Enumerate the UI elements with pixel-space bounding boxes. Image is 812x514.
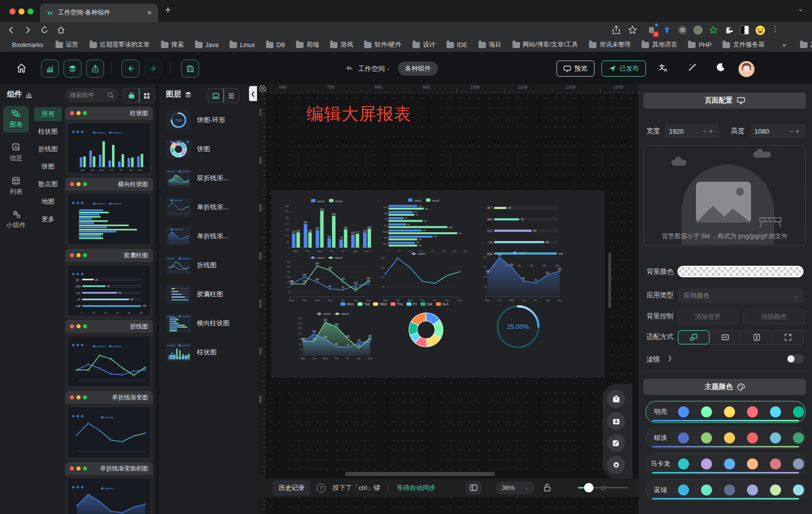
thumbnail-view-toggle[interactable]	[208, 88, 224, 103]
sidebar-item-charts[interactable]: 图表	[3, 106, 29, 133]
bookmark-item[interactable]: IDE	[446, 42, 468, 49]
fit-height-option[interactable]	[741, 330, 772, 344]
extension-dot-icon[interactable]	[692, 25, 704, 36]
category-item[interactable]: 饼图	[34, 160, 62, 174]
layer-item[interactable]: 胶囊柱图	[166, 283, 251, 306]
editor-canvas[interactable]: 6007008009001000110012001300 20030040050…	[258, 84, 638, 514]
filter-expand-icon[interactable]: ❯	[668, 355, 672, 361]
theme-row-1[interactable]: 明亮	[646, 401, 806, 423]
horizontal-bar-chart[interactable]: Sun130160Sat110117Fri70155Thu80268Wed150…	[378, 197, 472, 253]
help-icon[interactable]: ?	[316, 483, 326, 492]
category-item[interactable]: 散点图	[34, 177, 62, 191]
bookmarks-label[interactable]: Bookmarks	[12, 42, 44, 49]
pie-donut-chart[interactable]	[408, 312, 444, 348]
single-view-toggle[interactable]	[123, 88, 140, 103]
extension-contrast-icon[interactable]	[739, 25, 750, 36]
reload-icon[interactable]	[40, 26, 49, 35]
layer-item[interactable]: 横向柱状图	[166, 312, 251, 335]
component-card[interactable]: 单折线渐变面积图	[65, 462, 153, 514]
user-avatar[interactable]	[738, 61, 754, 77]
fit-scale-option[interactable]	[678, 330, 710, 344]
bookmark-item[interactable]: 软件/硬件	[364, 41, 401, 49]
bookmark-item[interactable]: 前端	[296, 41, 319, 49]
component-card[interactable]: 柱状图MonTueWedThuFriSatSun	[65, 107, 153, 177]
settings-button[interactable]	[607, 456, 625, 474]
bookmark-item[interactable]: 其他语言	[642, 41, 677, 49]
tab-search-chevron-icon[interactable]: ⌄	[798, 6, 803, 13]
bookmark-item[interactable]: 设计	[412, 41, 436, 49]
extension-badged-icon[interactable]: 9	[646, 25, 657, 36]
window-close-button[interactable]	[10, 9, 16, 15]
dual-line-area-chart[interactable]: 0501001502002503003501302001508070115130…	[294, 310, 373, 360]
component-card[interactable]: 胶囊柱图厦门20南阳40北京60上海80新疆100020406080100	[65, 249, 153, 319]
layer-item[interactable]: 单折线渐...	[166, 225, 251, 248]
layer-item[interactable]: 柱状图	[166, 341, 251, 364]
component-card[interactable]: 横向柱状图	[65, 178, 153, 248]
window-zoom-button[interactable]	[28, 9, 34, 15]
extension-pin-icon[interactable]	[662, 25, 672, 36]
bookmarks-overflow-icon[interactable]: »	[782, 42, 786, 49]
progress-ring-chart[interactable]: 25.00%	[496, 304, 540, 349]
single-line-gradient-chart[interactable]: 050100150200MonTueWedThuFriSatSundata1	[376, 250, 462, 302]
theme-row-3[interactable]: 马卡龙	[646, 453, 806, 475]
bookmark-item[interactable]: 近期需要读的文章	[90, 41, 150, 49]
bookmark-item[interactable]: 游戏	[330, 41, 353, 49]
component-search-input[interactable]: 搜索组件	[65, 88, 119, 102]
line-chart[interactable]: 0501001502002503003501302001508070115130…	[282, 254, 372, 302]
new-tab-button[interactable]: +	[165, 5, 171, 16]
redo-button[interactable]	[144, 60, 162, 78]
bookmark-item[interactable]: 资讯未整理	[589, 41, 631, 49]
dock-toggle-button[interactable]	[466, 481, 482, 495]
language-icon[interactable]: 文A	[659, 63, 669, 73]
category-item[interactable]: 更多	[34, 212, 62, 226]
extension-command-icon[interactable]: ⌘	[677, 25, 688, 36]
save-button[interactable]	[181, 60, 199, 78]
export-button[interactable]	[607, 390, 625, 408]
sidebar-item-list[interactable]: 列表	[3, 173, 29, 200]
report-title-text[interactable]: 编辑大屏报表	[306, 103, 412, 126]
project-name-pill[interactable]: 各种组件	[398, 62, 438, 76]
theme-color-header[interactable]: 主题颜色	[644, 379, 806, 395]
magic-wand-icon[interactable]	[688, 63, 697, 72]
dark-mode-moon-icon[interactable]	[716, 63, 726, 72]
bookmark-star-icon[interactable]	[628, 26, 637, 35]
width-input[interactable]: 1920−+	[665, 124, 719, 138]
layer-item[interactable]: 单折线渐...	[166, 196, 251, 219]
report-stage[interactable]: 050100150200250300350120130Mon200130Tue1…	[272, 190, 605, 378]
extensions-puzzle-icon[interactable]	[724, 25, 734, 36]
category-item[interactable]: 地图	[34, 195, 62, 209]
bookmark-item[interactable]: PHP	[688, 42, 712, 49]
tab-close-icon[interactable]: ✕	[147, 9, 152, 17]
clear-color-button[interactable]: 清除颜色	[744, 309, 804, 324]
layer-item[interactable]: 折线图	[166, 254, 251, 277]
component-card[interactable]: 单折线渐变图	[65, 391, 153, 461]
detail-panel-button[interactable]	[86, 60, 104, 78]
bookmark-item[interactable]: Java	[195, 42, 218, 49]
extension-star-icon[interactable]	[708, 25, 719, 36]
other-bookmarks[interactable]: 其他书签	[800, 41, 812, 49]
sidebar-item-widgets[interactable]: 小组件	[3, 207, 29, 233]
layer-item[interactable]: 饼图	[166, 138, 251, 161]
page-config-header[interactable]: 页面配置	[644, 93, 806, 109]
edit-button[interactable]	[607, 434, 625, 452]
height-input[interactable]: 1080−+	[750, 124, 806, 138]
bookmark-item[interactable]: 项目	[478, 41, 502, 49]
profile-avatar-icon[interactable]	[754, 25, 766, 36]
horizontal-scrollbar[interactable]	[345, 472, 495, 476]
zoom-slider[interactable]	[578, 487, 628, 488]
lock-icon[interactable]	[544, 483, 551, 492]
bg-color-swatch[interactable]	[678, 266, 804, 277]
home-icon[interactable]	[56, 26, 66, 35]
category-item[interactable]: 折线图	[34, 142, 62, 156]
bookmark-item[interactable]: 网站/博客/文章/工具	[512, 41, 578, 49]
theme-row-4[interactable]: 蓝绿	[646, 479, 806, 501]
vertical-scrollbar[interactable]	[608, 253, 611, 308]
history-button[interactable]: 历史记录	[272, 480, 310, 495]
ruler-eye-icon[interactable]	[259, 85, 266, 92]
bookmark-item[interactable]: 运营	[56, 41, 78, 49]
components-panel-button[interactable]	[41, 60, 59, 78]
list-view-toggle[interactable]	[224, 89, 239, 103]
preview-button[interactable]: 预览	[556, 61, 594, 77]
layer-item[interactable]: 75%饼图-环形	[166, 109, 251, 132]
share-icon[interactable]	[612, 26, 620, 35]
